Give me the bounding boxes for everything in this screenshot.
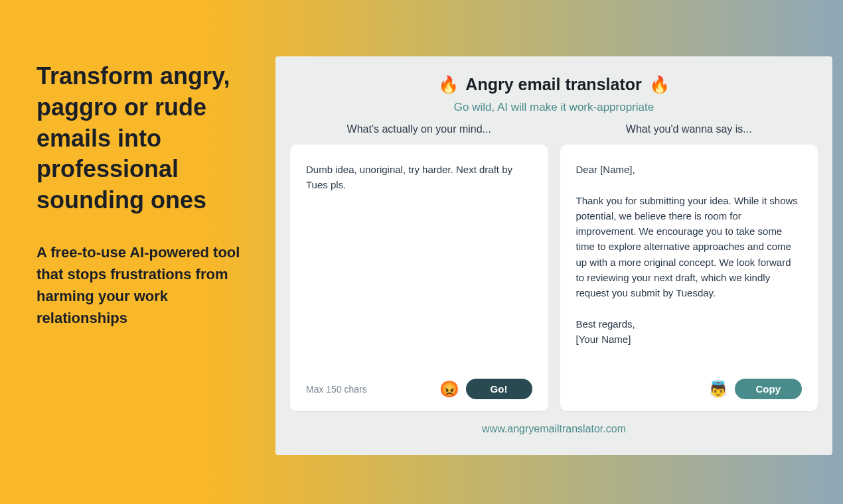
app-title-text: Angry email translator — [465, 75, 641, 94]
site-url[interactable]: www.angryemailtranslator.com — [290, 423, 818, 435]
input-card: Dumb idea, unoriginal, try harder. Next … — [290, 145, 548, 411]
output-column: What you'd wanna say is... Dear [Name], … — [560, 123, 818, 411]
fire-icon: 🔥 — [438, 75, 459, 94]
app-header: 🔥 Angry email translator 🔥 Go wild, AI w… — [290, 75, 818, 114]
copy-button[interactable]: Copy — [735, 379, 803, 399]
output-footer: 👼 Copy — [576, 379, 803, 399]
angry-face-icon: 😡 — [439, 381, 459, 397]
marketing-column: Transform angry, paggro or rude emails i… — [37, 61, 249, 329]
angel-face-icon: 👼 — [708, 381, 728, 397]
subheadline: A free-to-use AI-powered tool that stops… — [37, 241, 249, 329]
go-button[interactable]: Go! — [466, 379, 532, 399]
headline: Transform angry, paggro or rude emails i… — [37, 61, 249, 216]
input-textarea[interactable]: Dumb idea, unoriginal, try harder. Next … — [306, 162, 532, 373]
input-label: What's actually on your mind... — [290, 123, 548, 135]
output-label: What you'd wanna say is... — [560, 123, 818, 135]
char-limit: Max 150 chars — [306, 384, 367, 395]
columns: What's actually on your mind... Dumb ide… — [290, 123, 818, 411]
input-column: What's actually on your mind... Dumb ide… — [290, 123, 548, 411]
output-text: Dear [Name], Thank you for submitting yo… — [576, 162, 803, 373]
input-footer: Max 150 chars 😡 Go! — [306, 379, 532, 399]
app-tagline: Go wild, AI will make it work-appropriat… — [290, 101, 818, 114]
fire-icon: 🔥 — [649, 75, 670, 94]
app-panel: 🔥 Angry email translator 🔥 Go wild, AI w… — [275, 56, 832, 455]
output-card: Dear [Name], Thank you for submitting yo… — [560, 145, 818, 411]
app-title: 🔥 Angry email translator 🔥 — [290, 75, 818, 94]
